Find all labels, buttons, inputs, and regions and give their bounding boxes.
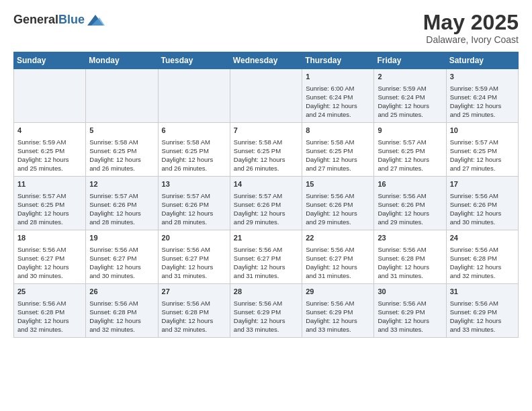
logo: GeneralBlue: [13, 11, 105, 30]
day-number: 4: [17, 126, 82, 136]
column-header-monday: Monday: [86, 52, 158, 69]
calendar-week-row: 1Sunrise: 6:00 AM Sunset: 6:24 PM Daylig…: [14, 69, 519, 123]
day-number: 25: [17, 287, 82, 297]
calendar-cell: 31Sunrise: 5:56 AM Sunset: 6:29 PM Dayli…: [446, 284, 518, 338]
day-number: 29: [306, 287, 370, 297]
calendar-week-row: 4Sunrise: 5:59 AM Sunset: 6:25 PM Daylig…: [14, 123, 519, 177]
day-info: Sunrise: 5:56 AM Sunset: 6:29 PM Dayligh…: [234, 299, 298, 334]
calendar-cell: 23Sunrise: 5:56 AM Sunset: 6:28 PM Dayli…: [374, 230, 446, 284]
day-number: 14: [234, 179, 298, 189]
day-info: Sunrise: 5:56 AM Sunset: 6:29 PM Dayligh…: [378, 299, 442, 334]
day-number: 18: [17, 233, 82, 243]
day-info: Sunrise: 5:56 AM Sunset: 6:28 PM Dayligh…: [378, 245, 442, 281]
calendar-header-row: SundayMondayTuesdayWednesdayThursdayFrid…: [14, 52, 519, 69]
day-info: Sunrise: 5:58 AM Sunset: 6:25 PM Dayligh…: [89, 138, 154, 173]
calendar-cell: 24Sunrise: 5:56 AM Sunset: 6:28 PM Dayli…: [446, 230, 518, 284]
day-info: Sunrise: 5:56 AM Sunset: 6:27 PM Dayligh…: [17, 245, 82, 281]
calendar-cell: 17Sunrise: 5:56 AM Sunset: 6:26 PM Dayli…: [446, 177, 518, 230]
day-number: 3: [450, 72, 515, 82]
day-number: 27: [162, 287, 226, 297]
day-info: Sunrise: 5:58 AM Sunset: 6:25 PM Dayligh…: [306, 138, 370, 173]
day-number: 13: [162, 179, 226, 189]
calendar-cell: 25Sunrise: 5:56 AM Sunset: 6:28 PM Dayli…: [14, 284, 86, 338]
page: GeneralBlue May 2025 Dalaware, Ivory Coa…: [0, 0, 532, 349]
calendar-cell: 14Sunrise: 5:57 AM Sunset: 6:26 PM Dayli…: [230, 177, 302, 230]
calendar-cell: 4Sunrise: 5:59 AM Sunset: 6:25 PM Daylig…: [14, 123, 86, 177]
day-number: 6: [162, 126, 226, 136]
day-number: 11: [17, 179, 82, 189]
logo-icon: [86, 11, 105, 30]
header: GeneralBlue May 2025 Dalaware, Ivory Coa…: [13, 11, 519, 45]
day-info: Sunrise: 5:56 AM Sunset: 6:29 PM Dayligh…: [306, 299, 370, 334]
calendar-cell: 12Sunrise: 5:57 AM Sunset: 6:26 PM Dayli…: [86, 177, 158, 230]
calendar-cell: 10Sunrise: 5:57 AM Sunset: 6:25 PM Dayli…: [446, 123, 518, 177]
calendar-cell: 5Sunrise: 5:58 AM Sunset: 6:25 PM Daylig…: [86, 123, 158, 177]
day-number: 8: [306, 126, 370, 136]
day-number: 21: [234, 233, 298, 243]
day-info: Sunrise: 5:56 AM Sunset: 6:27 PM Dayligh…: [306, 245, 370, 281]
day-info: Sunrise: 5:56 AM Sunset: 6:28 PM Dayligh…: [89, 299, 154, 334]
calendar-week-row: 25Sunrise: 5:56 AM Sunset: 6:28 PM Dayli…: [14, 284, 519, 338]
day-number: 12: [89, 179, 154, 189]
day-number: 23: [378, 233, 442, 243]
day-number: 10: [450, 126, 515, 136]
day-info: Sunrise: 5:57 AM Sunset: 6:25 PM Dayligh…: [450, 138, 515, 173]
calendar-cell: 29Sunrise: 5:56 AM Sunset: 6:29 PM Dayli…: [302, 284, 374, 338]
calendar-cell: 11Sunrise: 5:57 AM Sunset: 6:25 PM Dayli…: [14, 177, 86, 230]
column-header-saturday: Saturday: [446, 52, 518, 69]
day-number: 16: [378, 179, 442, 189]
calendar-cell: [158, 69, 230, 123]
day-info: Sunrise: 6:00 AM Sunset: 6:24 PM Dayligh…: [306, 84, 370, 120]
day-number: 26: [89, 287, 154, 297]
calendar-cell: 2Sunrise: 5:59 AM Sunset: 6:24 PM Daylig…: [374, 69, 446, 123]
day-number: 31: [450, 287, 515, 297]
day-number: 7: [234, 126, 298, 136]
day-number: 22: [306, 233, 370, 243]
title-block: May 2025 Dalaware, Ivory Coast: [423, 11, 519, 45]
logo-text: GeneralBlue: [13, 13, 85, 27]
page-title: May 2025: [423, 11, 519, 34]
calendar-cell: 15Sunrise: 5:56 AM Sunset: 6:26 PM Dayli…: [302, 177, 374, 230]
day-info: Sunrise: 5:57 AM Sunset: 6:26 PM Dayligh…: [162, 191, 226, 227]
calendar-cell: 13Sunrise: 5:57 AM Sunset: 6:26 PM Dayli…: [158, 177, 230, 230]
day-info: Sunrise: 5:56 AM Sunset: 6:28 PM Dayligh…: [162, 299, 226, 334]
day-number: 5: [89, 126, 154, 136]
day-number: 28: [234, 287, 298, 297]
calendar-cell: 7Sunrise: 5:58 AM Sunset: 6:25 PM Daylig…: [230, 123, 302, 177]
calendar-cell: 9Sunrise: 5:57 AM Sunset: 6:25 PM Daylig…: [374, 123, 446, 177]
day-info: Sunrise: 5:56 AM Sunset: 6:27 PM Dayligh…: [162, 245, 226, 281]
calendar-cell: 3Sunrise: 5:59 AM Sunset: 6:24 PM Daylig…: [446, 69, 518, 123]
calendar-cell: 19Sunrise: 5:56 AM Sunset: 6:27 PM Dayli…: [86, 230, 158, 284]
day-number: 2: [378, 72, 442, 82]
calendar-cell: 21Sunrise: 5:56 AM Sunset: 6:27 PM Dayli…: [230, 230, 302, 284]
day-info: Sunrise: 5:57 AM Sunset: 6:25 PM Dayligh…: [378, 138, 442, 173]
column-header-tuesday: Tuesday: [158, 52, 230, 69]
day-info: Sunrise: 5:56 AM Sunset: 6:26 PM Dayligh…: [450, 191, 515, 227]
calendar-cell: 28Sunrise: 5:56 AM Sunset: 6:29 PM Dayli…: [230, 284, 302, 338]
day-info: Sunrise: 5:56 AM Sunset: 6:29 PM Dayligh…: [450, 299, 515, 334]
day-info: Sunrise: 5:57 AM Sunset: 6:25 PM Dayligh…: [17, 191, 82, 227]
column-header-friday: Friday: [374, 52, 446, 69]
day-info: Sunrise: 5:58 AM Sunset: 6:25 PM Dayligh…: [162, 138, 226, 173]
column-header-wednesday: Wednesday: [230, 52, 302, 69]
calendar-cell: 30Sunrise: 5:56 AM Sunset: 6:29 PM Dayli…: [374, 284, 446, 338]
calendar-week-row: 11Sunrise: 5:57 AM Sunset: 6:25 PM Dayli…: [14, 177, 519, 230]
calendar-cell: [230, 69, 302, 123]
day-number: 9: [378, 126, 442, 136]
day-info: Sunrise: 5:59 AM Sunset: 6:24 PM Dayligh…: [450, 84, 515, 120]
column-header-sunday: Sunday: [14, 52, 86, 69]
calendar-cell: 27Sunrise: 5:56 AM Sunset: 6:28 PM Dayli…: [158, 284, 230, 338]
day-number: 30: [378, 287, 442, 297]
day-info: Sunrise: 5:56 AM Sunset: 6:27 PM Dayligh…: [89, 245, 154, 281]
day-number: 24: [450, 233, 515, 243]
day-info: Sunrise: 5:57 AM Sunset: 6:26 PM Dayligh…: [234, 191, 298, 227]
day-number: 1: [306, 72, 370, 82]
calendar-cell: 20Sunrise: 5:56 AM Sunset: 6:27 PM Dayli…: [158, 230, 230, 284]
day-info: Sunrise: 5:56 AM Sunset: 6:28 PM Dayligh…: [17, 299, 82, 334]
calendar-cell: [14, 69, 86, 123]
calendar-cell: 8Sunrise: 5:58 AM Sunset: 6:25 PM Daylig…: [302, 123, 374, 177]
day-info: Sunrise: 5:58 AM Sunset: 6:25 PM Dayligh…: [234, 138, 298, 173]
day-number: 20: [162, 233, 226, 243]
day-info: Sunrise: 5:56 AM Sunset: 6:28 PM Dayligh…: [450, 245, 515, 281]
day-info: Sunrise: 5:56 AM Sunset: 6:26 PM Dayligh…: [378, 191, 442, 227]
